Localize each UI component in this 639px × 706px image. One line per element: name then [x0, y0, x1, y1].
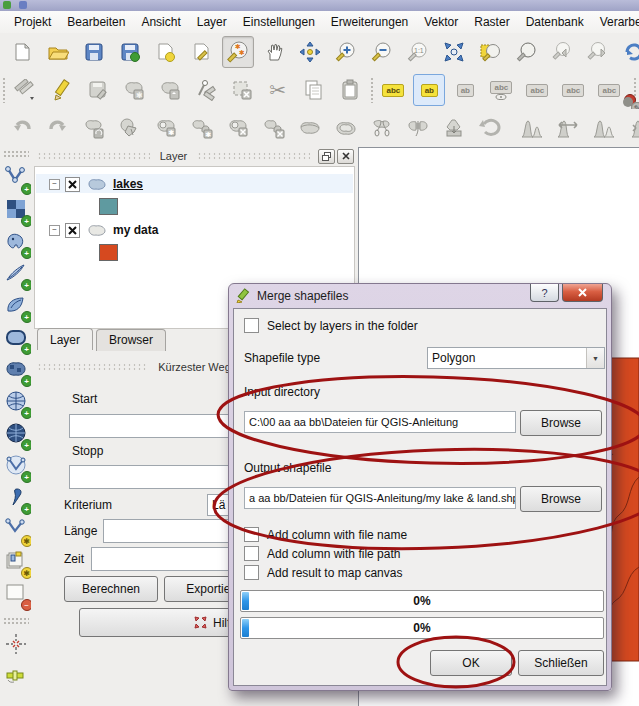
- symbol-swatch[interactable]: [99, 244, 118, 261]
- delete-ring-button[interactable]: [222, 112, 254, 144]
- move-feature-button[interactable]: [154, 74, 186, 106]
- change-label-button[interactable]: abc ✎: [593, 74, 625, 106]
- add-ring-button[interactable]: ✱: [150, 112, 182, 144]
- simplify-feature-button[interactable]: [114, 112, 146, 144]
- input-browse-button[interactable]: Browse: [520, 410, 602, 436]
- add-vector-layer-button[interactable]: +: [3, 164, 29, 190]
- add-wcs-layer-button[interactable]: +: [3, 388, 29, 414]
- split-parts-button[interactable]: [402, 112, 434, 144]
- menu-ansicht[interactable]: Ansicht: [133, 12, 188, 32]
- new-project-button[interactable]: [6, 36, 38, 68]
- undo-button[interactable]: [6, 112, 38, 144]
- layer-visibility-checkbox[interactable]: [65, 177, 80, 192]
- input-directory-input[interactable]: C:\00 aa aa bb\Dateien für QGIS-Anleitun…: [244, 411, 516, 433]
- rotate-label-button[interactable]: abc ↻: [557, 74, 589, 106]
- ok-button[interactable]: OK: [430, 650, 512, 676]
- menu-verarbeitung[interactable]: Verarbeitung: [592, 12, 639, 32]
- collapse-icon[interactable]: −: [49, 225, 60, 236]
- select-by-layers-checkbox-row[interactable]: Select by layers in the folder: [244, 318, 418, 333]
- toolbar-handle[interactable]: [3, 617, 29, 625]
- menu-erweiterungen[interactable]: Erweiterungen: [323, 12, 416, 32]
- layer-name[interactable]: my data: [113, 223, 158, 237]
- collapse-icon[interactable]: −: [49, 179, 60, 190]
- redo-button[interactable]: [42, 112, 74, 144]
- add-file-name-checkbox-row[interactable]: Add column with file name: [244, 527, 407, 542]
- select-radius-crosshair-button[interactable]: [3, 631, 29, 657]
- layer-visibility-checkbox[interactable]: [65, 223, 80, 238]
- pan-to-selection-button[interactable]: [294, 36, 326, 68]
- checkbox-unchecked[interactable]: [244, 318, 259, 333]
- new-shapefile-layer-button[interactable]: ✱: [3, 516, 29, 542]
- output-shapefile-input[interactable]: a aa bb/Dateien für QGIS-Anleitung/my la…: [244, 487, 516, 509]
- full-contrast-stretch-button[interactable]: [624, 112, 639, 144]
- full-histogram-stretch-button[interactable]: [552, 112, 584, 144]
- dialog-help-button[interactable]: ?: [530, 284, 559, 302]
- new-spatialite-layer-button[interactable]: ✱: [3, 548, 29, 574]
- move-label-button[interactable]: abc ➤: [521, 74, 553, 106]
- checkbox-unchecked[interactable]: [244, 546, 259, 561]
- symbol-swatch[interactable]: [99, 198, 118, 215]
- zoom-tool-button[interactable]: ✱✱: [222, 36, 254, 68]
- save-layer-edits-button[interactable]: [82, 74, 114, 106]
- add-db2-layer-button[interactable]: +: [3, 356, 29, 382]
- current-edits-button[interactable]: [10, 74, 42, 106]
- layer-symbol-lakes[interactable]: [99, 197, 118, 215]
- checkbox-unchecked[interactable]: [244, 565, 259, 580]
- menu-projekt[interactable]: Projekt: [6, 12, 59, 32]
- pin-labels-button[interactable]: ab: [413, 74, 445, 106]
- highlight-pinned-labels-button[interactable]: ab: [449, 74, 481, 106]
- zoom-last-button[interactable]: [546, 36, 578, 68]
- toggle-editing-button[interactable]: [46, 74, 78, 106]
- toolbar-handle[interactable]: [370, 77, 374, 103]
- add-delimited-text-layer-button[interactable]: +: [3, 484, 29, 510]
- add-to-canvas-checkbox-row[interactable]: Add result to map canvas: [244, 565, 402, 580]
- new-composer-button[interactable]: [150, 36, 182, 68]
- rotate-feature-button[interactable]: [78, 112, 110, 144]
- copy-features-button[interactable]: [298, 74, 330, 106]
- paste-features-button[interactable]: [334, 74, 366, 106]
- add-part-button[interactable]: ✱: [186, 112, 218, 144]
- cut-features-button[interactable]: ✂: [262, 74, 294, 106]
- show-hide-labels-button[interactable]: abc: [485, 74, 517, 106]
- offset-curve-button[interactable]: [330, 112, 362, 144]
- delete-selected-button[interactable]: [226, 74, 258, 106]
- add-oracle-layer-button[interactable]: +: [3, 324, 29, 350]
- add-mssql-layer-button[interactable]: +: [3, 292, 29, 318]
- refresh-map-button[interactable]: [618, 36, 639, 68]
- node-edit-tool-button[interactable]: [3, 663, 29, 689]
- layer-row-my-data[interactable]: − my data: [49, 221, 158, 239]
- menu-layer[interactable]: Layer: [189, 12, 235, 32]
- add-file-path-checkbox-row[interactable]: Add column with file path: [244, 546, 400, 561]
- rotate-point-symbols-button[interactable]: [474, 112, 506, 144]
- zoom-full-button[interactable]: [438, 36, 470, 68]
- checkbox-unchecked[interactable]: [244, 527, 259, 542]
- add-feature-button[interactable]: ✱: [118, 74, 150, 106]
- shapefile-type-select[interactable]: Polygon ▼: [427, 347, 605, 369]
- add-postgis-layer-button[interactable]: +: [3, 228, 29, 254]
- close-panel-button[interactable]: [337, 149, 354, 164]
- zoom-out-button[interactable]: [366, 36, 398, 68]
- menu-raster[interactable]: Raster: [466, 12, 517, 32]
- zoom-next-button[interactable]: [582, 36, 614, 68]
- merge-features-button[interactable]: [438, 112, 470, 144]
- zoom-to-selection-button[interactable]: [474, 36, 506, 68]
- layer-name[interactable]: lakes: [113, 177, 143, 191]
- layer-row-lakes[interactable]: − lakes: [49, 175, 143, 193]
- dialog-close-button[interactable]: [562, 284, 603, 302]
- add-wms-layer-button[interactable]: +: [3, 420, 29, 446]
- zoom-to-layer-button[interactable]: [510, 36, 542, 68]
- split-features-button[interactable]: [366, 112, 398, 144]
- close-button[interactable]: Schließen: [518, 650, 604, 676]
- local-contrast-stretch-button[interactable]: [588, 112, 620, 144]
- calculate-button[interactable]: Berechnen: [64, 576, 158, 602]
- save-project-button[interactable]: [78, 36, 110, 68]
- add-wfs-layer-button[interactable]: +: [3, 452, 29, 478]
- open-project-button[interactable]: [42, 36, 74, 68]
- tab-layer[interactable]: Layer: [37, 328, 93, 350]
- add-raster-layer-button[interactable]: +: [3, 196, 29, 222]
- labeling-options-button[interactable]: abc: [377, 74, 409, 106]
- float-panel-button[interactable]: [318, 149, 335, 164]
- menu-datenbank[interactable]: Datenbank: [518, 12, 592, 32]
- dialog-titlebar[interactable]: Merge shapefiles ?: [229, 284, 611, 307]
- zoom-native-button[interactable]: 1:1: [402, 36, 434, 68]
